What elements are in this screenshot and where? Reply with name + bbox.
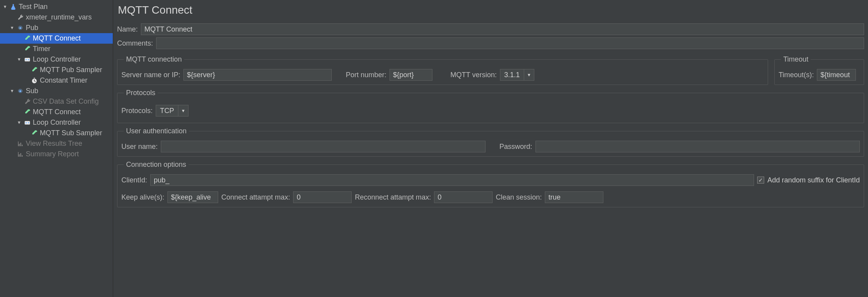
- tree-item-pub-loop[interactable]: ▼ Loop Controller: [0, 54, 113, 65]
- chevron-down-icon[interactable]: ▼: [17, 120, 21, 125]
- tree-label: View Results Tree: [25, 140, 82, 148]
- conn-options-legend: Connection options: [124, 161, 189, 169]
- clean-session-input[interactable]: [545, 191, 603, 203]
- dropper-icon: [23, 46, 32, 53]
- connect-max-input[interactable]: [293, 191, 352, 203]
- tree-label: MQTT Sub Sampler: [39, 129, 102, 137]
- tree-label: Loop Controller: [32, 55, 81, 64]
- auth-group: User authentication User name: Password:: [117, 127, 864, 157]
- tree-item-view-results[interactable]: View Results Tree: [0, 138, 113, 149]
- username-input[interactable]: [161, 141, 485, 152]
- auth-legend: User authentication: [124, 127, 189, 135]
- server-label: Server name or IP:: [121, 71, 180, 79]
- dropper-icon: [30, 67, 39, 74]
- reconnect-max-label: Reconnect attampt max:: [355, 193, 431, 202]
- svg-point-9: [28, 122, 29, 123]
- port-label: Port number:: [346, 71, 386, 79]
- tree-item-sub-csv[interactable]: CSV Data Set Config: [0, 96, 113, 107]
- chevron-down-icon[interactable]: ▼: [3, 4, 7, 9]
- tree-item-pub-constant-timer[interactable]: Constant Timer: [0, 75, 113, 86]
- chevron-down-icon[interactable]: ▼: [10, 25, 14, 30]
- tree-item-test-plan[interactable]: ▼ Test Plan: [0, 2, 113, 12]
- protocols-group: Protocols Protocols: TCP ▼: [117, 89, 864, 123]
- tree-item-sub-loop[interactable]: ▼ Loop Controller: [0, 117, 113, 128]
- timeout-legend: Timeout: [781, 55, 811, 64]
- timeout-input[interactable]: [817, 69, 856, 81]
- clean-session-label: Clean session:: [496, 193, 542, 202]
- tree-panel: ▼ Test Plan xmeter_runtime_vars ▼ Pub: [0, 0, 113, 297]
- protocols-label: Protocols:: [121, 107, 153, 115]
- controller-icon: [23, 56, 32, 63]
- mqtt-connection-legend: MQTT connection: [124, 55, 184, 64]
- clientid-input[interactable]: [150, 174, 754, 186]
- tree-label: Test Plan: [18, 3, 48, 11]
- chevron-down-icon[interactable]: ▼: [10, 88, 14, 93]
- clock-icon: [30, 77, 39, 84]
- tree-label: Loop Controller: [32, 118, 81, 127]
- random-suffix-checkbox[interactable]: ✓ Add random suffix for ClientId: [757, 176, 860, 184]
- svg-rect-7: [25, 121, 30, 124]
- conn-options-group: Connection options ClientId: ✓ Add rando…: [117, 161, 864, 207]
- name-label: Name:: [117, 25, 138, 34]
- tree-label: MQTT Connect: [32, 108, 81, 116]
- tree-label: MQTT Connect: [32, 34, 81, 42]
- page-title: MQTT Connect: [117, 0, 864, 23]
- svg-point-8: [26, 122, 27, 123]
- mqtt-connection-group: MQTT connection Server name or IP: Port …: [117, 55, 768, 85]
- server-input[interactable]: [183, 69, 332, 81]
- wrench-icon: [23, 98, 32, 105]
- dropper-icon: [23, 35, 32, 42]
- svg-point-2: [26, 59, 27, 60]
- chevron-down-icon: ▼: [524, 69, 534, 80]
- tree-item-xmeter-vars[interactable]: xmeter_runtime_vars: [0, 12, 113, 23]
- timeout-group: Timeout Timeout(s):: [774, 55, 864, 85]
- editor-panel: MQTT Connect Name: Comments: MQTT connec…: [113, 0, 868, 297]
- tree-item-pub[interactable]: ▼ Pub: [0, 23, 113, 33]
- gear-icon: [16, 88, 25, 95]
- protocols-legend: Protocols: [124, 89, 158, 97]
- tree-item-sub[interactable]: ▼ Sub: [0, 86, 113, 96]
- tree-label: Constant Timer: [39, 76, 87, 85]
- tree-item-pub-sampler[interactable]: MQTT Pub Sampler: [0, 65, 113, 75]
- tree-label: xmeter_runtime_vars: [25, 13, 92, 21]
- clientid-label: ClientId:: [121, 176, 147, 184]
- tree-label: CSV Data Set Config: [32, 97, 99, 106]
- flask-icon: [9, 4, 18, 11]
- chevron-down-icon[interactable]: ▼: [17, 57, 21, 62]
- comments-label: Comments:: [117, 39, 153, 48]
- tree-label: Sub: [25, 87, 38, 95]
- password-input[interactable]: [535, 141, 860, 152]
- svg-rect-1: [25, 58, 30, 61]
- version-label: MQTT version:: [450, 71, 497, 79]
- tree-label: Timer: [32, 45, 50, 53]
- controller-icon: [23, 119, 32, 126]
- wrench-icon: [16, 14, 25, 21]
- gear-icon: [16, 25, 25, 32]
- tree-label: MQTT Pub Sampler: [39, 66, 102, 74]
- dropper-icon: [30, 130, 39, 137]
- timeout-label: Timeout(s):: [779, 71, 814, 79]
- version-value: 3.1.1: [500, 71, 524, 79]
- tree-item-pub-mqtt-connect[interactable]: MQTT Connect: [0, 33, 113, 44]
- protocols-select[interactable]: TCP ▼: [156, 105, 189, 117]
- chevron-down-icon: ▼: [178, 105, 188, 116]
- port-input[interactable]: [390, 69, 432, 81]
- check-icon: ✓: [757, 177, 764, 184]
- keepalive-input[interactable]: [167, 191, 218, 203]
- tree-label: Summary Report: [25, 150, 79, 158]
- reconnect-max-input[interactable]: [434, 191, 493, 203]
- random-suffix-label: Add random suffix for ClientId: [767, 176, 860, 184]
- tree-item-summary-report[interactable]: Summary Report: [0, 149, 113, 159]
- tree-label: Pub: [25, 24, 38, 32]
- version-select[interactable]: 3.1.1 ▼: [500, 69, 534, 81]
- dropper-icon: [23, 109, 32, 116]
- name-input[interactable]: [141, 23, 864, 35]
- keepalive-label: Keep alive(s):: [121, 193, 164, 202]
- tree-item-pub-timer[interactable]: Timer: [0, 44, 113, 54]
- connect-max-label: Connect attampt max:: [221, 193, 290, 202]
- chart-icon: [16, 151, 25, 158]
- svg-point-3: [28, 59, 29, 60]
- tree-item-sub-mqtt-connect[interactable]: MQTT Connect: [0, 107, 113, 117]
- tree-item-sub-sampler[interactable]: MQTT Sub Sampler: [0, 128, 113, 138]
- comments-input[interactable]: [156, 37, 864, 49]
